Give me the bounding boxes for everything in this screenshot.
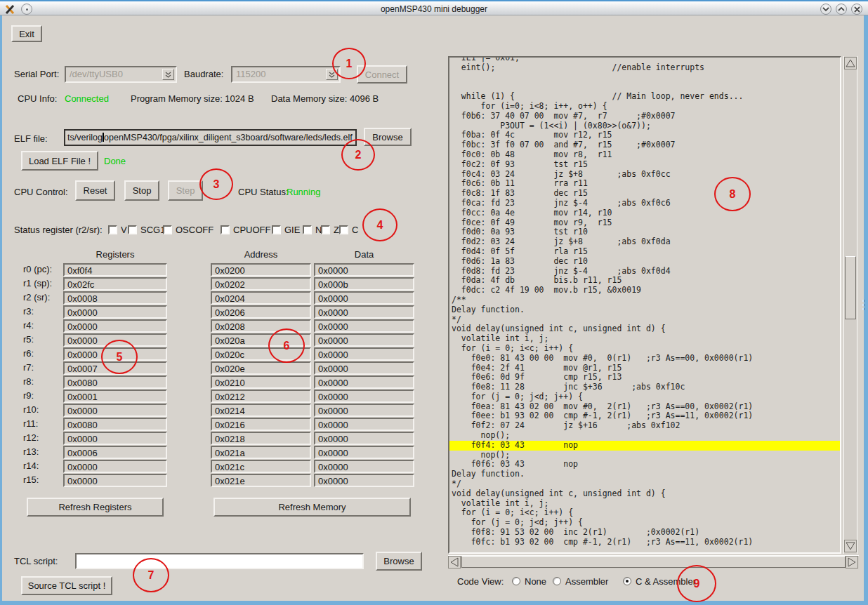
checkbox-gie[interactable] <box>272 225 281 234</box>
memory-address-field-7[interactable]: 0x020e <box>211 361 311 375</box>
titlebar[interactable]: openMSP430 mini debugger <box>0 0 868 15</box>
memory-data-field-0[interactable]: 0x0000 <box>314 263 414 277</box>
checkbox-z[interactable] <box>321 225 330 234</box>
register-field-r10[interactable]: 0x0000 <box>63 404 167 417</box>
memory-address-field-15[interactable]: 0x021e <box>211 474 311 487</box>
codeview-option-assembler[interactable]: Assembler <box>553 576 608 587</box>
memory-data-field-12[interactable]: 0x0000 <box>314 432 414 445</box>
radio-button[interactable] <box>623 577 631 585</box>
memory-address-field-13[interactable]: 0x021a <box>211 446 311 459</box>
statusreg-flag-gie[interactable]: GIE <box>272 223 300 236</box>
scroll-down-button[interactable] <box>844 540 857 552</box>
maximize-button[interactable] <box>836 4 847 15</box>
memory-address-field-10[interactable]: 0x0214 <box>211 404 311 417</box>
register-field-r15[interactable]: 0x0000 <box>63 474 167 487</box>
chevron-up-icon <box>838 6 845 12</box>
stop-button[interactable]: Stop <box>124 180 159 201</box>
scroll-left-button[interactable] <box>448 556 461 569</box>
vertical-scroll-thumb[interactable] <box>845 256 856 319</box>
exit-button[interactable]: Exit <box>11 25 42 42</box>
checkbox-n[interactable] <box>303 225 312 234</box>
source-tcl-button[interactable]: Source TCL script ! <box>21 576 112 595</box>
serial-port-select[interactable]: /dev/ttyUSB0 <box>65 66 177 83</box>
register-field-r1[interactable]: 0x02fc <box>63 277 167 291</box>
refresh-memory-button[interactable]: Refresh Memory <box>213 498 411 517</box>
register-field-r13[interactable]: 0x0006 <box>63 446 167 459</box>
reset-button[interactable]: Reset <box>75 180 115 201</box>
register-field-r11[interactable]: 0x0080 <box>63 418 167 431</box>
register-field-r8[interactable]: 0x0080 <box>63 375 167 389</box>
radio-button[interactable] <box>512 577 520 585</box>
memory-data-field-9[interactable]: 0x0000 <box>314 390 414 403</box>
arrow-left-icon <box>450 557 459 567</box>
memory-address-field-11[interactable]: 0x0216 <box>211 418 311 431</box>
checkbox-cpuoff[interactable] <box>221 225 230 234</box>
checkbox-label: OSCOFF <box>176 225 213 235</box>
memory-address-field-3[interactable]: 0x0206 <box>211 305 311 319</box>
tcl-browse-button[interactable]: Browse <box>376 552 422 571</box>
statusreg-flag-c[interactable]: C <box>339 223 358 236</box>
memory-data-field-8[interactable]: 0x0000 <box>314 375 414 389</box>
checkbox-label: SCG1 <box>140 225 165 235</box>
tcl-script-input[interactable] <box>75 553 364 569</box>
radio-button[interactable] <box>553 577 561 585</box>
register-field-r3[interactable]: 0x0000 <box>63 305 167 319</box>
memory-address-field-14[interactable]: 0x021c <box>211 460 311 473</box>
statusreg-flag-v[interactable]: V <box>108 223 127 236</box>
memory-data-field-1[interactable]: 0x000b <box>314 277 414 291</box>
statusreg-flag-n[interactable]: N <box>303 223 322 236</box>
checkbox-oscoff[interactable] <box>163 225 172 234</box>
code-vertical-scrollbar[interactable] <box>843 56 857 554</box>
statusreg-flag-scg1[interactable]: SCG1 <box>128 223 165 236</box>
register-field-r2[interactable]: 0x0008 <box>63 291 167 305</box>
memory-data-field-11[interactable]: 0x0000 <box>314 418 414 431</box>
code-line: f0ee: b1 93 02 00 cmp #-1, 2(r1) ;r3 As=… <box>449 411 840 421</box>
minimize-button[interactable] <box>820 4 831 15</box>
register-field-r14[interactable]: 0x0000 <box>63 460 167 473</box>
code-view[interactable]: IE1 |= 0x01; eint(); //enable interrupts… <box>448 56 841 554</box>
memory-data-field-15[interactable]: 0x0000 <box>314 474 414 487</box>
register-field-r12[interactable]: 0x0000 <box>63 432 167 445</box>
register-field-r9[interactable]: 0x0001 <box>63 390 167 403</box>
memory-address-field-2[interactable]: 0x0204 <box>211 291 311 305</box>
memory-data-field-3[interactable]: 0x0000 <box>314 305 414 319</box>
statusreg-flag-oscoff[interactable]: OSCOFF <box>163 223 213 236</box>
scroll-up-button[interactable] <box>844 57 857 69</box>
memory-data-field-14[interactable]: 0x0000 <box>314 460 414 473</box>
elf-browse-button[interactable]: Browse <box>364 128 412 146</box>
baudrate-select[interactable]: 115200 <box>231 66 341 83</box>
annotation-number: 3 <box>213 178 220 191</box>
step-button[interactable]: Step <box>168 180 203 201</box>
memory-address-field-12[interactable]: 0x0218 <box>211 432 311 445</box>
code-line: f0f2: 07 24 jz $+16 ;abs 0xf102 <box>449 421 840 431</box>
memory-data-field-4[interactable]: 0x0000 <box>314 319 414 333</box>
checkbox-v[interactable] <box>108 225 117 234</box>
code-horizontal-scrollbar[interactable] <box>448 555 859 569</box>
dropdown-arrow-icon[interactable] <box>162 69 174 80</box>
memory-data-field-13[interactable]: 0x0000 <box>314 446 414 459</box>
checkbox-c[interactable] <box>339 225 348 234</box>
memory-address-field-1[interactable]: 0x0202 <box>211 277 311 291</box>
memory-data-field-5[interactable]: 0x0000 <box>314 333 414 347</box>
horizontal-scroll-thumb[interactable] <box>461 556 846 568</box>
code-line: f0f4: 03 43 nop <box>449 441 840 451</box>
memory-address-field-8[interactable]: 0x0210 <box>211 375 311 389</box>
statusreg-flag-z[interactable]: Z <box>321 223 339 236</box>
memory-address-field-0[interactable]: 0x0200 <box>211 263 311 277</box>
register-field-r0[interactable]: 0xf0f4 <box>63 263 167 277</box>
memory-data-field-10[interactable]: 0x0000 <box>314 404 414 417</box>
memory-data-field-6[interactable]: 0x0000 <box>314 347 414 361</box>
memory-address-field-9[interactable]: 0x0212 <box>211 390 311 403</box>
scroll-right-button[interactable] <box>846 556 858 569</box>
register-field-r4[interactable]: 0x0000 <box>63 319 167 333</box>
close-button[interactable] <box>851 4 862 15</box>
load-elf-button[interactable]: Load ELF File ! <box>21 151 98 171</box>
memory-data-field-2[interactable]: 0x0000 <box>314 291 414 305</box>
memory-data-field-7[interactable]: 0x0000 <box>314 361 414 375</box>
refresh-registers-button[interactable]: Refresh Registers <box>27 498 164 517</box>
statusreg-flag-cpuoff[interactable]: CPUOFF <box>221 223 270 236</box>
elf-file-input[interactable]: ts/verilogopenMSP430/fpga/xilinx_diligen… <box>64 129 357 146</box>
window-resize-grip[interactable] <box>862 298 864 312</box>
checkbox-scg1[interactable] <box>128 225 137 234</box>
codeview-option-none[interactable]: None <box>512 576 546 587</box>
